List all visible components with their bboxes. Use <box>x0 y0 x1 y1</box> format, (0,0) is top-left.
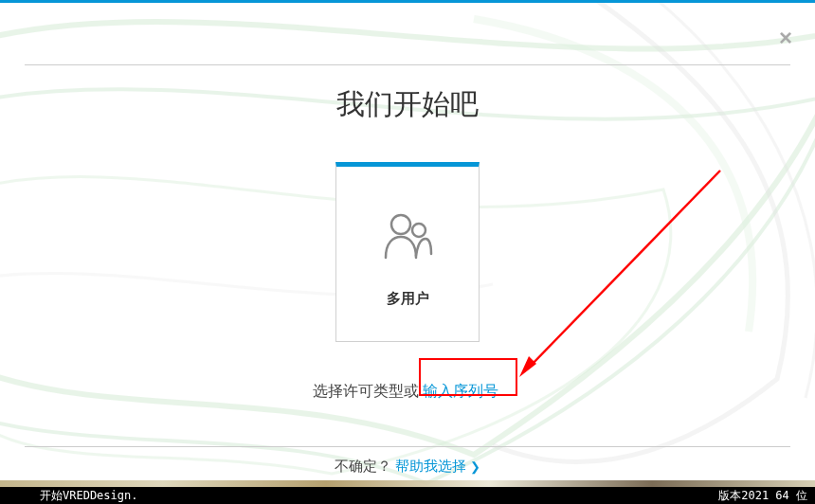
window-top-accent <box>0 0 815 3</box>
license-suffix: . <box>498 383 502 399</box>
enter-serial-link[interactable]: 输入序列号 <box>423 383 498 399</box>
taskbar: 开始VREDDesign. 版本2021 64 位 <box>0 487 815 504</box>
license-prompt: 选择许可类型或 输入序列号. <box>313 382 503 402</box>
chevron-right-icon: ❯ <box>470 459 480 474</box>
card-label: 多用户 <box>387 290 429 308</box>
users-icon <box>380 208 435 267</box>
divider-bottom <box>25 446 790 447</box>
multi-user-card[interactable]: 多用户 <box>335 162 480 342</box>
page-title: 我们开始吧 <box>336 85 479 124</box>
taskbar-version: 版本2021 64 位 <box>718 488 815 504</box>
svg-point-0 <box>391 215 410 234</box>
close-button[interactable]: × <box>779 27 792 49</box>
license-prefix: 选择许可类型或 <box>313 383 423 399</box>
taskbar-app-name[interactable]: 开始VREDDesign. <box>0 488 137 504</box>
main-content: 我们开始吧 多用户 选择许可类型或 输入序列号. <box>0 64 815 445</box>
help-me-choose-link[interactable]: 帮助我选择 <box>395 458 466 474</box>
svg-point-1 <box>412 224 426 237</box>
footer-help: 不确定？ 帮助我选择 ❯ <box>0 458 815 476</box>
unsure-text: 不确定？ <box>335 458 391 474</box>
